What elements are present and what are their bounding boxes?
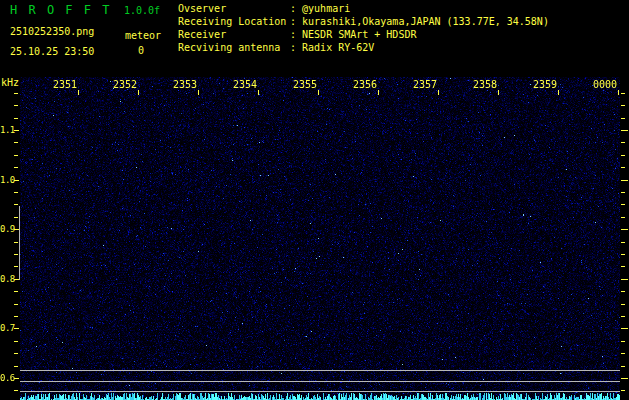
time-label: 2354 bbox=[231, 80, 257, 90]
freq-minor-tick-left bbox=[14, 204, 18, 205]
hrofft-window: H R O F F T 1.0.0f 2510252350.png meteor… bbox=[0, 0, 629, 400]
time-label: 2352 bbox=[111, 80, 137, 90]
info-value: Radix RY-62V bbox=[302, 42, 374, 53]
info-separator: : bbox=[290, 3, 296, 14]
time-tick bbox=[618, 90, 619, 95]
info-label: Receiver bbox=[178, 28, 290, 41]
freq-minor-tick-right bbox=[621, 304, 625, 305]
freq-minor-tick-left bbox=[14, 242, 18, 243]
freq-minor-tick-left bbox=[14, 366, 18, 367]
freq-major-tick-right bbox=[621, 180, 628, 181]
info-label: Receiving Location bbox=[178, 15, 290, 28]
freq-minor-tick-right bbox=[621, 204, 625, 205]
info-label: Ovserver bbox=[178, 2, 290, 15]
time-tick bbox=[498, 90, 499, 95]
meteor-count-label: meteor bbox=[125, 30, 161, 41]
freq-label: 1.0 bbox=[0, 175, 14, 185]
freq-minor-tick-left bbox=[14, 93, 18, 94]
info-separator: : bbox=[290, 42, 296, 53]
freq-major-tick-right bbox=[621, 130, 628, 131]
reference-line-upper bbox=[20, 370, 620, 371]
output-filename: 2510252350.png bbox=[10, 26, 94, 37]
freq-minor-tick-left bbox=[14, 341, 18, 342]
info-label: Recviving antenna bbox=[178, 41, 290, 54]
freq-major-tick-left bbox=[14, 229, 19, 230]
freq-minor-tick-left bbox=[14, 390, 18, 391]
time-label: 2357 bbox=[411, 80, 437, 90]
freq-minor-tick-left bbox=[14, 304, 18, 305]
freq-minor-tick-right bbox=[621, 242, 625, 243]
freq-label: 0.8 bbox=[0, 274, 14, 284]
freq-minor-tick-left bbox=[14, 192, 18, 193]
freq-major-tick-left bbox=[14, 279, 19, 280]
freq-minor-tick-right bbox=[621, 217, 625, 218]
freq-minor-tick-left bbox=[14, 118, 18, 119]
freq-minor-tick-right bbox=[621, 353, 625, 354]
freq-axis-unit: kHz bbox=[1, 77, 19, 88]
band-marker bbox=[19, 206, 20, 280]
freq-minor-tick-right bbox=[621, 93, 625, 94]
time-label: 2356 bbox=[351, 80, 377, 90]
freq-major-tick-left bbox=[14, 180, 19, 181]
time-label: 2358 bbox=[471, 80, 497, 90]
info-separator: : bbox=[290, 29, 296, 40]
time-tick bbox=[258, 90, 259, 95]
info-row-location: Receiving Location: kurashiki,Okayama,JA… bbox=[178, 15, 549, 28]
time-tick bbox=[378, 90, 379, 95]
reference-line-middle bbox=[20, 381, 620, 382]
freq-minor-tick-right bbox=[621, 341, 625, 342]
freq-minor-tick-left bbox=[14, 316, 18, 317]
freq-label: 0.6 bbox=[0, 373, 14, 383]
time-tick bbox=[138, 90, 139, 95]
freq-minor-tick-left bbox=[14, 167, 18, 168]
freq-label: 0.9 bbox=[0, 224, 14, 234]
freq-minor-tick-right bbox=[621, 167, 625, 168]
freq-minor-tick-right bbox=[621, 266, 625, 267]
freq-major-tick-right bbox=[621, 279, 628, 280]
observation-datetime: 25.10.25 23:50 bbox=[10, 46, 94, 57]
spectrogram-canvas bbox=[20, 77, 620, 400]
freq-minor-tick-right bbox=[621, 291, 625, 292]
time-label: 2351 bbox=[51, 80, 77, 90]
freq-minor-tick-left bbox=[14, 217, 18, 218]
freq-minor-tick-right bbox=[621, 254, 625, 255]
reference-line-lower bbox=[20, 391, 620, 392]
freq-minor-tick-right bbox=[621, 118, 625, 119]
info-row-receiver: Receiver: NESDR SMArt + HDSDR bbox=[178, 28, 549, 41]
info-separator: : bbox=[290, 16, 296, 27]
time-label: 2355 bbox=[291, 80, 317, 90]
freq-major-tick-right bbox=[621, 328, 628, 329]
info-value: kurashiki,Okayama,JAPAN (133.77E, 34.58N… bbox=[302, 16, 549, 27]
time-tick bbox=[558, 90, 559, 95]
app-version: 1.0.0f bbox=[124, 5, 160, 16]
freq-major-tick-left bbox=[14, 378, 19, 379]
freq-minor-tick-left bbox=[14, 142, 18, 143]
freq-major-tick-left bbox=[14, 328, 19, 329]
freq-minor-tick-right bbox=[621, 316, 625, 317]
freq-major-tick-right bbox=[621, 378, 628, 379]
freq-minor-tick-right bbox=[621, 142, 625, 143]
freq-minor-tick-left bbox=[14, 291, 18, 292]
app-title: H R O F F T bbox=[10, 3, 111, 17]
info-value: @yuhmari bbox=[302, 3, 350, 14]
time-label: 0000 bbox=[591, 80, 617, 90]
freq-minor-tick-right bbox=[621, 155, 625, 156]
freq-minor-tick-left bbox=[14, 155, 18, 156]
time-label: 2353 bbox=[171, 80, 197, 90]
freq-minor-tick-left bbox=[14, 353, 18, 354]
freq-major-tick-right bbox=[621, 229, 628, 230]
freq-minor-tick-left bbox=[14, 254, 18, 255]
freq-label: 0.7 bbox=[0, 323, 14, 333]
meteor-count-value: 0 bbox=[138, 45, 144, 56]
freq-minor-tick-left bbox=[14, 266, 18, 267]
time-tick bbox=[78, 90, 79, 95]
freq-label: 1.1 bbox=[0, 125, 14, 135]
info-row-observer: Ovserver: @yuhmari bbox=[178, 2, 549, 15]
freq-minor-tick-right bbox=[621, 390, 625, 391]
time-label: 2359 bbox=[531, 80, 557, 90]
freq-minor-tick-left bbox=[14, 105, 18, 106]
time-tick bbox=[318, 90, 319, 95]
time-tick bbox=[198, 90, 199, 95]
freq-minor-tick-right bbox=[621, 366, 625, 367]
freq-major-tick-left bbox=[14, 130, 19, 131]
